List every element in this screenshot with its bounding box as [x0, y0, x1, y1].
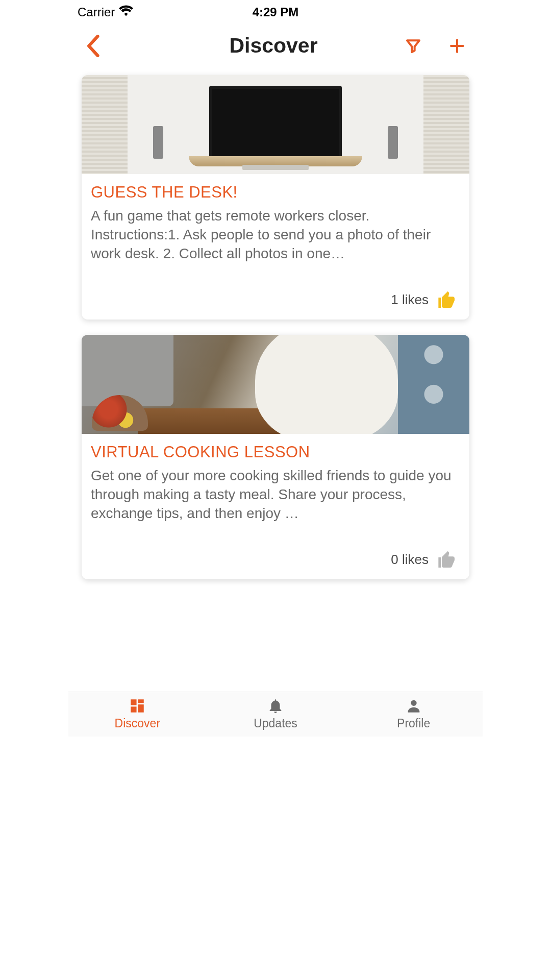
thumbs-up-icon: [437, 290, 457, 310]
svg-rect-2: [138, 704, 144, 713]
likes-count: 1 likes: [391, 292, 429, 308]
grid-icon: [129, 697, 146, 715]
tab-bar: Discover Updates Profile: [68, 692, 483, 737]
wifi-icon: [119, 5, 133, 19]
tab-label: Updates: [254, 717, 297, 730]
tab-label: Profile: [397, 717, 430, 730]
page-title: Discover: [142, 34, 405, 58]
tab-label: Discover: [115, 717, 160, 730]
nav-bar: Discover: [68, 22, 483, 69]
likes-count: 0 likes: [391, 552, 429, 568]
thumbs-up-icon: [437, 550, 457, 570]
tab-profile[interactable]: Profile: [344, 697, 483, 730]
svg-point-4: [411, 700, 416, 706]
svg-rect-0: [131, 699, 137, 705]
card-image: [82, 75, 469, 174]
filter-button[interactable]: [405, 38, 421, 54]
activity-card[interactable]: GUESS THE DESK! A fun game that gets rem…: [82, 75, 469, 320]
card-title: VIRTUAL COOKING LESSON: [91, 443, 460, 461]
chevron-left-icon: [86, 35, 100, 57]
clock-time: 4:29 PM: [253, 5, 299, 19]
tab-discover[interactable]: Discover: [68, 697, 207, 730]
card-description: Get one of your more cooking skilled fri…: [91, 467, 460, 523]
like-button[interactable]: [437, 290, 457, 310]
bell-icon: [267, 697, 284, 715]
like-button[interactable]: [437, 550, 457, 570]
person-icon: [405, 697, 422, 715]
back-button[interactable]: [86, 35, 100, 57]
plus-icon: [449, 38, 465, 54]
activity-card[interactable]: VIRTUAL COOKING LESSON Get one of your m…: [82, 335, 469, 579]
filter-icon: [405, 38, 421, 54]
card-image: [82, 335, 469, 434]
card-title: GUESS THE DESK!: [91, 183, 460, 202]
carrier-label: Carrier: [78, 5, 115, 19]
tab-updates[interactable]: Updates: [207, 697, 345, 730]
status-bar: Carrier 4:29 PM: [68, 0, 483, 22]
card-list[interactable]: GUESS THE DESK! A fun game that gets rem…: [68, 69, 483, 692]
card-description: A fun game that gets remote workers clos…: [91, 207, 460, 263]
svg-rect-3: [131, 706, 137, 712]
add-button[interactable]: [449, 38, 465, 54]
svg-rect-1: [138, 699, 144, 703]
